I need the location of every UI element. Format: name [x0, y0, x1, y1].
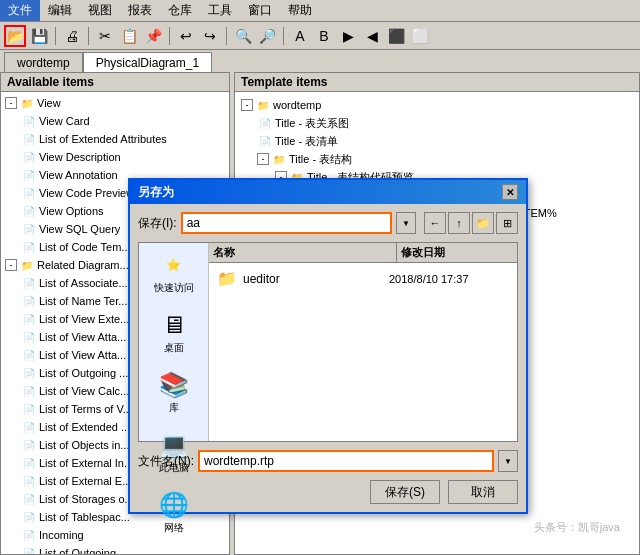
save-location-input[interactable]: aa	[181, 212, 392, 234]
expand-icon-tmpl[interactable]: -	[241, 99, 253, 111]
col-date-header: 修改日期	[397, 243, 517, 262]
tmpl-label: Title - 表清单	[275, 134, 338, 149]
tree-item-outgoing2[interactable]: 📄 List of Outgoing ...	[3, 544, 227, 554]
doc-icon: 📄	[21, 275, 37, 291]
menu-view[interactable]: 视图	[80, 0, 120, 21]
dialog-close-button[interactable]: ✕	[502, 184, 518, 200]
filename-dropdown[interactable]: ▼	[498, 450, 518, 472]
doc-icon: 📄	[21, 239, 37, 255]
tree-item-incoming[interactable]: 📄 Incoming	[3, 526, 227, 544]
tree-label: List of View Atta...	[39, 331, 126, 343]
doc-icon: 📄	[21, 473, 37, 489]
file-list-header: 名称 修改日期	[209, 243, 517, 263]
qa-library[interactable]: 📚 库	[158, 371, 190, 415]
tree-label: List of Name Ter...	[39, 295, 127, 307]
toolbar-btn-b[interactable]: B	[313, 25, 335, 47]
menu-help[interactable]: 帮助	[280, 0, 320, 21]
filename-input[interactable]	[198, 450, 494, 472]
menu-edit[interactable]: 编辑	[40, 0, 80, 21]
dialog-buttons: 保存(S) 取消	[138, 480, 518, 504]
nav-back-btn[interactable]: ←	[424, 212, 446, 234]
doc-icon: 📄	[21, 293, 37, 309]
new-folder-btn[interactable]: 📁	[472, 212, 494, 234]
toolbar-btn-0[interactable]: 📂	[4, 25, 26, 47]
view-menu-btn[interactable]: ⊞	[496, 212, 518, 234]
toolbar-btn-redo[interactable]: ↪	[199, 25, 221, 47]
toolbar-sep-3	[169, 27, 170, 45]
toolbar-row: ← ↑ 📁 ⊞	[424, 212, 518, 234]
doc-icon: 📄	[21, 203, 37, 219]
tree-label: List of External In...	[39, 457, 133, 469]
doc-icon: 📄	[21, 419, 37, 435]
doc-icon: 📄	[21, 347, 37, 363]
qa-desktop-label: 桌面	[164, 341, 184, 355]
menubar: 文件 编辑 视图 报表 仓库 工具 窗口 帮助	[0, 0, 640, 22]
nav-up-btn[interactable]: ↑	[448, 212, 470, 234]
cancel-button[interactable]: 取消	[448, 480, 518, 504]
tree-label: List of Extended ...	[39, 421, 130, 433]
toolbar-btn-copy[interactable]: 📋	[118, 25, 140, 47]
toolbar-btn-d[interactable]: ◀	[361, 25, 383, 47]
tree-item-viewdesc[interactable]: 📄 View Description	[3, 148, 227, 166]
toolbar-btn-paste[interactable]: 📌	[142, 25, 164, 47]
toolbar-btn-f[interactable]: ⬜	[409, 25, 431, 47]
toolbar-btn-undo[interactable]: ↩	[175, 25, 197, 47]
doc-icon: 📄	[21, 221, 37, 237]
desktop-icon: 🖥	[158, 311, 190, 339]
toolbar-btn-a[interactable]: A	[289, 25, 311, 47]
save-location-row: 保存(I): aa ▼ ← ↑ 📁 ⊞	[138, 212, 518, 234]
tmpl-guanxi[interactable]: 📄 Title - 表关系图	[239, 114, 635, 132]
tree-label-incoming: Incoming	[39, 529, 84, 541]
qa-recent[interactable]: ⭐ 快速访问	[154, 251, 194, 295]
tree-label: View Description	[39, 151, 121, 163]
tree-label: List of Tablespac...	[39, 511, 130, 523]
tmpl-jiegou[interactable]: - 📁 Title - 表结构	[239, 150, 635, 168]
expand-icon-view[interactable]: -	[5, 97, 17, 109]
doc-icon: 📄	[21, 365, 37, 381]
doc-icon: 📄	[21, 527, 37, 543]
tree-item-viewcard[interactable]: 📄 View Card	[3, 112, 227, 130]
file-browser: ⭐ 快速访问 🖥 桌面 📚 库 💻 此电脑	[138, 242, 518, 442]
toolbar-btn-search[interactable]: 🔍	[232, 25, 254, 47]
toolbar-btn-c[interactable]: ▶	[337, 25, 359, 47]
save-location-dropdown[interactable]: ▼	[396, 212, 416, 234]
tab-physicaldiagram[interactable]: PhysicalDiagram_1	[83, 52, 212, 72]
menu-report[interactable]: 报表	[120, 0, 160, 21]
doc-icon: 📄	[21, 383, 37, 399]
qa-network[interactable]: 🌐 网络	[158, 491, 190, 535]
tree-label: View Options	[39, 205, 104, 217]
tab-wordtemp[interactable]: wordtemp	[4, 52, 83, 72]
folder-icon-view: 📁	[19, 95, 35, 111]
filename-row: 文件名(N): ▼	[138, 450, 518, 472]
tree-item-view[interactable]: - 📁 View	[3, 94, 227, 112]
tree-label: List of Objects in...	[39, 439, 129, 451]
toolbar-btn-e[interactable]: ⬛	[385, 25, 407, 47]
toolbar-btn-print[interactable]: 🖨	[61, 25, 83, 47]
available-items-header: Available items	[1, 73, 229, 92]
expand-icon-related[interactable]: -	[5, 259, 17, 271]
tmpl-qingdan[interactable]: 📄 Title - 表清单	[239, 132, 635, 150]
menu-repository[interactable]: 仓库	[160, 0, 200, 21]
save-button[interactable]: 保存(S)	[370, 480, 440, 504]
tree-label-related: Related Diagram...	[37, 259, 129, 271]
menu-tools[interactable]: 工具	[200, 0, 240, 21]
tmpl-label: wordtemp	[273, 99, 321, 111]
doc-icon: 📄	[21, 437, 37, 453]
toolbar-btn-cut[interactable]: ✂	[94, 25, 116, 47]
network-icon: 🌐	[158, 491, 190, 519]
expand-icon-tmpl2[interactable]: -	[257, 153, 269, 165]
doc-icon: 📄	[21, 311, 37, 327]
menu-file[interactable]: 文件	[0, 0, 40, 21]
file-list-body[interactable]: 📁 ueditor 2018/8/10 17:37	[209, 263, 517, 441]
menu-window[interactable]: 窗口	[240, 0, 280, 21]
toolbar-btn-zoom[interactable]: 🔎	[256, 25, 278, 47]
dialog-title-text: 另存为	[138, 184, 174, 201]
file-row-ueditor[interactable]: 📁 ueditor 2018/8/10 17:37	[213, 267, 513, 290]
toolbar-btn-1[interactable]: 💾	[28, 25, 50, 47]
tree-item-ext-attrs[interactable]: 📄 List of Extended Attributes	[3, 130, 227, 148]
tmpl-wordtemp[interactable]: - 📁 wordtemp	[239, 96, 635, 114]
save-dialog: 另存为 ✕ 保存(I): aa ▼ ← ↑ 📁 ⊞	[128, 178, 528, 514]
toolbar-sep-1	[55, 27, 56, 45]
doc-icon: 📄	[21, 131, 37, 147]
qa-desktop[interactable]: 🖥 桌面	[158, 311, 190, 355]
